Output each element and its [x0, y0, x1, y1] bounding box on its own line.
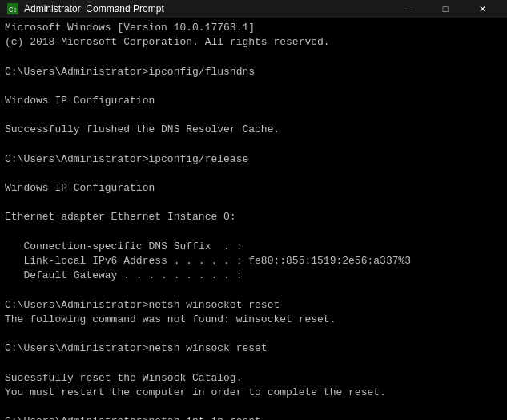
terminal-output[interactable]: Microsoft Windows [Version 10.0.17763.1]… [0, 18, 507, 420]
cmd-icon: C: [6, 2, 19, 15]
window-controls: — □ ✕ [390, 0, 501, 18]
maximize-button[interactable]: □ [427, 0, 464, 18]
window-title: Administrator: Command Prompt [24, 3, 390, 14]
svg-text:C:: C: [9, 6, 18, 14]
minimize-button[interactable]: — [390, 0, 427, 18]
close-button[interactable]: ✕ [464, 0, 501, 18]
title-bar: C: Administrator: Command Prompt — □ ✕ [0, 0, 507, 18]
cmd-window: C: Administrator: Command Prompt — □ ✕ M… [0, 0, 507, 420]
